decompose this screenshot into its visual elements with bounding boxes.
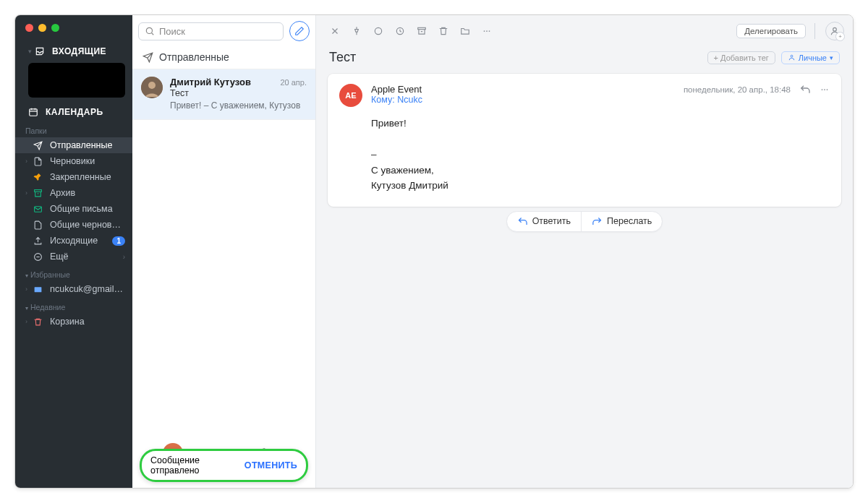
search-icon <box>145 26 155 36</box>
close-button[interactable] <box>325 21 345 41</box>
sidebar-item-label: Корзина <box>50 317 125 327</box>
app-window: ▾ ВХОДЯЩИЕ КАЛЕНДАРЬ Папки Отправленные … <box>14 14 854 489</box>
message-actions: Ответить Переслать <box>316 211 853 235</box>
sidebar-item-label: Ещё <box>50 252 120 262</box>
sidebar-item-outbox[interactable]: Исходящие 1 <box>15 233 132 249</box>
chevron-right-icon: › <box>25 189 33 197</box>
reply-button[interactable]: Ответить <box>507 212 582 231</box>
sidebar-item-label: Отправленные <box>50 140 125 150</box>
shared-mail-icon <box>33 204 43 214</box>
pin-icon <box>352 26 362 36</box>
sidebar-item-favorite-account[interactable]: › ncukcuk@gmail.com <box>15 281 132 297</box>
search-placeholder: Поиск <box>159 26 185 37</box>
svg-point-17 <box>824 89 825 90</box>
account-card[interactable] <box>28 63 125 98</box>
tag-personal[interactable]: Личные ▾ <box>781 51 840 64</box>
shared-drafts-icon <box>33 220 43 230</box>
message-more-button[interactable] <box>820 85 830 95</box>
body-line: – <box>371 147 828 163</box>
clock-icon <box>395 26 405 36</box>
sidebar-item-more[interactable]: Ещё › <box>15 249 132 265</box>
svg-point-16 <box>822 89 823 90</box>
reader-toolbar: Делегировать <box>316 15 853 47</box>
archive-button[interactable] <box>412 21 432 41</box>
sidebar-item-label: Черновики <box>50 156 125 166</box>
delegate-button[interactable]: Делегировать <box>736 24 806 38</box>
message-header-meta: понедельник, 20 апр., 18:48 <box>684 84 830 95</box>
mail-icon <box>33 284 43 294</box>
sidebar-item-trash[interactable]: › Корзина <box>15 314 132 330</box>
subject-row: Тест + Добавить тег Личные ▾ <box>316 47 853 74</box>
sidebar-item-drafts[interactable]: › Черновики <box>15 153 132 169</box>
message-card: AE Apple Event Кому: Ncukc понедельник, … <box>328 74 841 207</box>
drafts-icon <box>33 156 43 166</box>
delete-button[interactable] <box>433 21 454 41</box>
compose-button[interactable] <box>289 21 310 41</box>
body-line: С уважением, <box>371 163 828 179</box>
message-meta: Дмитрий Кутузов 20 апр. Тест Привет! – С… <box>170 77 307 111</box>
add-participant-button[interactable] <box>825 22 844 40</box>
message-list-panel: Поиск Отправленные Дмитрий Кутузов 20 ап… <box>132 15 316 488</box>
mark-unread-button[interactable] <box>368 21 388 41</box>
sidebar-item-archive[interactable]: › Архив <box>15 185 132 201</box>
svg-rect-10 <box>418 27 426 29</box>
svg-point-15 <box>791 55 793 57</box>
svg-point-18 <box>827 89 828 90</box>
dots-icon <box>820 85 830 95</box>
recent-section-label: ▾Недавние <box>15 297 132 314</box>
svg-point-14 <box>833 27 837 31</box>
svg-point-13 <box>489 30 490 32</box>
undo-button[interactable]: ОТМЕНИТЬ <box>244 460 297 470</box>
sidebar-item-pinned[interactable]: Закрепленные <box>15 169 132 185</box>
close-window-button[interactable] <box>25 24 33 32</box>
archive-icon <box>417 26 427 36</box>
more-button[interactable] <box>477 21 497 41</box>
maximize-window-button[interactable] <box>51 24 59 32</box>
sidebar-item-sent[interactable]: Отправленные <box>15 137 132 153</box>
move-button[interactable] <box>455 21 475 41</box>
sidebar-item-shared-drafts[interactable]: Общие черновики <box>15 217 132 233</box>
sent-toast: Сообщение отправлено ОТМЕНИТЬ <box>140 449 308 482</box>
reply-quick-button[interactable] <box>799 84 811 95</box>
message-list-item[interactable]: Дмитрий Кутузов 20 апр. Тест Привет! – С… <box>132 69 315 120</box>
sidebar-item-shared-mail[interactable]: Общие письма <box>15 201 132 217</box>
toast-text: Сообщение отправлено <box>150 455 244 476</box>
sent-icon <box>142 52 153 63</box>
sidebar-item-label: Закрепленные <box>50 172 125 182</box>
recipient-name[interactable]: Ncukc <box>397 95 422 105</box>
folder-icon <box>460 26 470 36</box>
list-folder-title: Отправленные <box>159 51 229 63</box>
sidebar-item-label: Исходящие <box>50 236 112 246</box>
search-input[interactable]: Поиск <box>138 22 284 40</box>
to-label: Кому: <box>371 95 395 105</box>
snooze-button[interactable] <box>390 21 410 41</box>
chevron-down-icon: ▾ <box>28 48 32 55</box>
outbox-badge: 1 <box>112 236 125 246</box>
outbox-icon <box>33 236 43 246</box>
person-icon <box>830 26 840 36</box>
minimize-window-button[interactable] <box>38 24 46 32</box>
forward-icon <box>592 216 603 227</box>
pin-button[interactable] <box>346 21 367 41</box>
forward-label: Переслать <box>607 216 652 226</box>
chevron-down-icon: ▾ <box>830 54 833 61</box>
trash-icon <box>33 317 43 327</box>
chevron-right-icon: › <box>25 285 33 293</box>
sidebar: ▾ ВХОДЯЩИЕ КАЛЕНДАРЬ Папки Отправленные … <box>15 15 132 488</box>
calendar-nav[interactable]: КАЛЕНДАРЬ <box>15 103 132 121</box>
reply-label: Ответить <box>532 216 571 226</box>
forward-button[interactable]: Переслать <box>582 212 662 231</box>
person-icon <box>788 53 796 61</box>
reply-icon <box>799 84 811 95</box>
reply-icon <box>517 216 528 227</box>
folders-section-label: Папки <box>15 121 132 137</box>
svg-rect-1 <box>34 189 41 192</box>
svg-rect-0 <box>30 109 38 116</box>
add-tag-button[interactable]: + Добавить тег <box>707 51 775 64</box>
sidebar-item-label: Общие черновики <box>50 220 125 230</box>
sidebar-item-label: Общие письма <box>50 204 125 214</box>
svg-point-12 <box>486 30 488 32</box>
inbox-nav[interactable]: ▾ ВХОДЯЩИЕ <box>15 39 132 60</box>
calendar-icon <box>28 107 38 117</box>
more-icon <box>33 252 43 262</box>
